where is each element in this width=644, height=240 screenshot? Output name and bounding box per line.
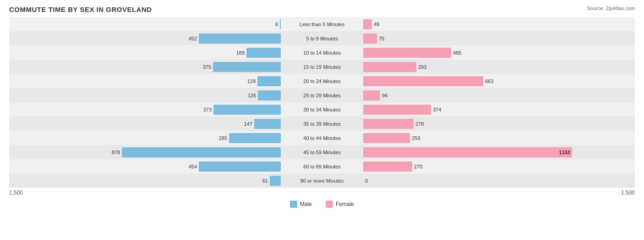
table-row: 61 90 or more Minutes 0 (9, 173, 635, 188)
female-color-box (326, 201, 333, 208)
table-row: 454 60 to 89 Minutes 270 (9, 159, 635, 173)
male-bar-area: 373 (9, 102, 281, 117)
table-row: 6 Less than 5 Minutes 49 (9, 17, 635, 31)
female-value: 75 (377, 36, 384, 41)
male-value: 6 (275, 22, 280, 27)
female-value: 259 (410, 135, 420, 141)
female-bar-area: 374 (363, 102, 635, 117)
male-value: 129 (247, 78, 257, 84)
row-label: 60 to 89 Minutes (281, 164, 363, 169)
male-bar-area: 189 (9, 45, 281, 60)
female-bar-area: 94 (363, 88, 635, 102)
table-row: 452 5 to 9 Minutes 75 (9, 31, 635, 45)
female-value: 0 (363, 178, 368, 184)
row-label: Less than 5 Minutes (281, 22, 363, 27)
female-bar-area: 49 (363, 17, 635, 31)
legend-male: Male (290, 201, 312, 208)
table-row: 373 30 to 34 Minutes 374 (9, 102, 635, 117)
source-label: Source: ZipAtlas.com (587, 6, 635, 11)
row-label: 15 to 19 Minutes (281, 64, 363, 70)
female-bar: 259 (363, 133, 410, 143)
female-value: 1153 (559, 150, 570, 155)
male-bar: 147 (254, 119, 281, 129)
male-value: 189 (236, 50, 246, 56)
male-value: 452 (189, 36, 199, 41)
male-bar-area: 452 (9, 31, 281, 45)
male-value: 373 (203, 107, 213, 112)
female-value: 270 (412, 164, 422, 169)
male-bar-area: 285 (9, 131, 281, 145)
axis-row: 1,500 1,500 (9, 188, 635, 198)
axis-right: 1,500 (621, 190, 635, 196)
male-bar: 454 (199, 162, 281, 172)
female-value: 94 (380, 93, 387, 98)
table-row: 126 25 to 29 Minutes 94 (9, 88, 635, 102)
male-bar: 375 (213, 62, 281, 72)
male-bar-area: 454 (9, 159, 281, 173)
male-bar: 129 (257, 76, 281, 86)
row-label: 45 to 59 Minutes (281, 150, 363, 155)
male-bar-area: 6 (9, 17, 281, 31)
female-bar: 49 (363, 19, 372, 29)
table-row: 129 20 to 24 Minutes 663 (9, 74, 635, 88)
male-value: 454 (189, 164, 199, 169)
legend-female: Female (326, 201, 354, 208)
male-bar: 452 (199, 33, 281, 44)
female-bar-area: 663 (363, 74, 635, 88)
chart-rows: 6 Less than 5 Minutes 49 452 5 to 9 Minu… (9, 17, 635, 188)
male-bar: 126 (258, 90, 281, 100)
female-bar-area: 1153 (363, 145, 635, 159)
female-value: 485 (451, 50, 461, 56)
male-bar-area: 61 (9, 173, 281, 188)
row-label: 30 to 34 Minutes (281, 107, 363, 112)
male-value: 375 (203, 64, 213, 70)
legend: Male Female (9, 201, 635, 208)
female-bar: 293 (363, 62, 416, 72)
male-bar: 285 (229, 133, 281, 143)
row-label: 5 to 9 Minutes (281, 36, 363, 41)
male-value: 147 (244, 121, 254, 127)
female-value: 663 (483, 78, 493, 84)
female-bar-area: 485 (363, 45, 635, 60)
female-value: 293 (416, 64, 426, 70)
male-value: 126 (248, 93, 258, 98)
male-bar: 878 (122, 147, 281, 157)
female-bar: 278 (363, 119, 414, 129)
row-label: 10 to 14 Minutes (281, 50, 363, 56)
table-row: 147 35 to 39 Minutes 278 (9, 117, 635, 131)
female-bar: 1153 (363, 147, 572, 157)
female-bar: 94 (363, 90, 380, 100)
table-row: 189 10 to 14 Minutes 485 (9, 45, 635, 60)
chart-container: COMMUTE TIME BY SEX IN GROVELAND Source:… (0, 0, 644, 240)
male-bar-area: 375 (9, 60, 281, 74)
female-bar-area: 278 (363, 117, 635, 131)
male-label: Male (300, 201, 312, 207)
female-bar-area: 259 (363, 131, 635, 145)
axis-left: 1,500 (9, 190, 23, 196)
table-row: 375 15 to 19 Minutes 293 (9, 60, 635, 74)
female-bar-area: 75 (363, 31, 635, 45)
male-bar-area: 147 (9, 117, 281, 131)
row-label: 90 or more Minutes (281, 178, 363, 184)
row-label: 35 to 39 Minutes (281, 121, 363, 127)
table-row: 878 45 to 59 Minutes 1153 (9, 145, 635, 159)
female-label: Female (336, 201, 354, 207)
row-label: 20 to 24 Minutes (281, 78, 363, 84)
female-bar: 485 (363, 48, 451, 58)
male-bar: 189 (246, 48, 281, 58)
female-bar: 75 (363, 33, 377, 44)
row-label: 40 to 44 Minutes (281, 135, 363, 141)
female-bar: 663 (363, 76, 483, 86)
male-value: 878 (112, 150, 122, 155)
chart-title: COMMUTE TIME BY SEX IN GROVELAND (9, 6, 635, 13)
row-label: 25 to 29 Minutes (281, 93, 363, 98)
male-bar-area: 129 (9, 74, 281, 88)
female-bar: 374 (363, 105, 431, 115)
male-color-box (290, 201, 297, 208)
female-value: 278 (414, 121, 424, 127)
female-value: 49 (372, 22, 379, 27)
male-bar: 373 (213, 105, 281, 115)
female-bar: 270 (363, 162, 412, 172)
female-bar-area: 270 (363, 159, 635, 173)
male-value: 61 (262, 178, 270, 184)
